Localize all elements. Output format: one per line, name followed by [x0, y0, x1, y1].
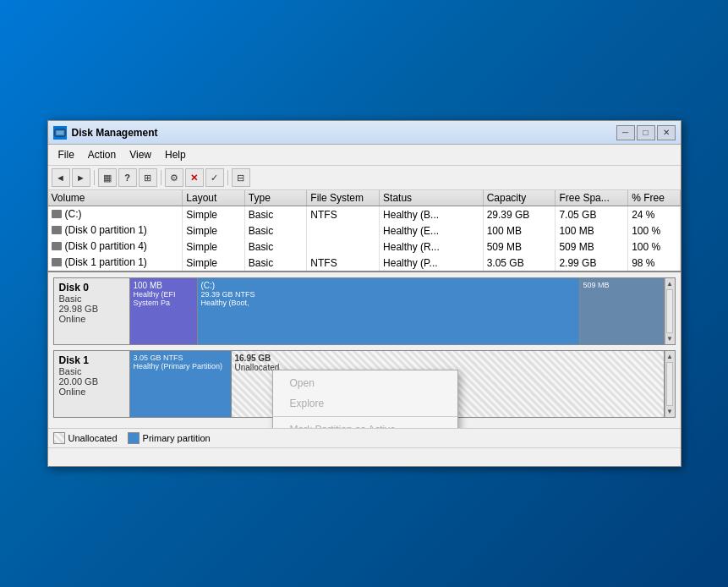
menu-help[interactable]: Help	[158, 146, 193, 163]
close-button[interactable]: ✕	[657, 125, 676, 140]
vol-fs: NTFS	[307, 206, 380, 223]
part-sublabel: 29.39 GB NTFS	[201, 290, 576, 299]
legend-unallocated-label: Unallocated	[68, 433, 118, 443]
disk-0-status: Online	[59, 314, 124, 324]
col-status[interactable]: Status	[380, 190, 484, 206]
toolbar-sep-1	[94, 170, 95, 185]
vol-name: (Disk 0 partition 1)	[48, 222, 183, 239]
legend-primary: Primary partition	[128, 432, 211, 444]
col-fs[interactable]: File System	[307, 190, 380, 206]
table-header-row: Volume Layout Type File System Status Ca…	[48, 190, 681, 206]
legend-unallocated-box	[53, 432, 65, 444]
menu-bar: File Action View Help	[48, 145, 681, 166]
disk-0-part-recovery[interactable]: 509 MB	[580, 278, 665, 344]
disk-map-area: Disk 0 Basic 29.98 GB Online 100 MB Heal…	[48, 272, 681, 428]
back-button[interactable]: ◄	[52, 168, 70, 187]
vol-type: Basic	[244, 239, 307, 255]
vol-layout: Simple	[183, 239, 245, 255]
disk-0-row: Disk 0 Basic 29.98 GB Online 100 MB Heal…	[53, 277, 676, 345]
minimize-button[interactable]: ─	[616, 125, 635, 140]
ctx-explore: Explore	[273, 393, 457, 414]
legend-unallocated: Unallocated	[53, 432, 118, 444]
settings-button[interactable]: ⚙	[165, 168, 183, 187]
col-capacity[interactable]: Capacity	[483, 190, 556, 206]
title-buttons: ─ □ ✕	[616, 125, 676, 140]
check-button[interactable]: ✓	[205, 168, 224, 187]
vol-free: 2.99 GB	[556, 255, 628, 271]
vol-free: 100 MB	[556, 222, 628, 239]
col-pct[interactable]: % Free	[628, 190, 680, 206]
vol-type: Basic	[244, 222, 307, 239]
disk-0-label: Disk 0 Basic 29.98 GB Online	[54, 278, 130, 344]
part-label: (C:)	[201, 281, 576, 290]
toolbar-sep-2	[161, 170, 161, 185]
menu-file[interactable]: File	[52, 146, 81, 163]
part-sublabel: Healthy (Primary Partition)	[134, 362, 227, 370]
window-title: Disk Management	[72, 127, 616, 139]
disk-1-scrollbar[interactable]: ▲ ▼	[665, 351, 675, 417]
properties-button[interactable]: ⊟	[232, 168, 250, 187]
disk-0-size: 29.98 GB	[59, 304, 124, 314]
scroll-up-arrow[interactable]: ▲	[665, 278, 675, 289]
disk-0-name: Disk 0	[59, 282, 124, 294]
toolbar: ◄ ► ▦ ? ⊞ ⚙ ✕ ✓ ⊟	[48, 166, 681, 190]
vol-fs: NTFS	[307, 255, 380, 271]
ctx-mark-active: Mark Partition as Active	[273, 420, 457, 428]
disk-1-status: Online	[59, 387, 124, 397]
vol-status: Healthy (E...	[380, 222, 484, 239]
vol-capacity: 3.05 GB	[483, 255, 556, 271]
disk-1-size: 20.00 GB	[59, 376, 124, 387]
table-row[interactable]: (Disk 1 partition 1) Simple Basic NTFS H…	[48, 255, 681, 271]
part-label: 3.05 GB NTFS	[134, 354, 227, 362]
ctx-open: Open	[273, 373, 457, 393]
col-type[interactable]: Type	[244, 190, 307, 206]
volume-table: Volume Layout Type File System Status Ca…	[48, 190, 681, 271]
col-volume[interactable]: Volume	[48, 190, 183, 206]
vol-layout: Simple	[183, 255, 245, 271]
vol-layout: Simple	[183, 206, 245, 223]
vol-free: 7.05 GB	[556, 206, 628, 223]
disk-0-scrollbar[interactable]: ▲ ▼	[665, 278, 675, 344]
disk-1-label: Disk 1 Basic 20.00 GB Online	[54, 351, 130, 417]
legend-primary-label: Primary partition	[143, 433, 211, 443]
vol-layout: Simple	[183, 222, 245, 239]
vol-type: Basic	[244, 206, 307, 223]
grid-button[interactable]: ⊞	[139, 168, 157, 187]
disk-1-part-ntfs[interactable]: 3.05 GB NTFS Healthy (Primary Partition)	[130, 351, 232, 417]
vol-pct: 100 %	[628, 222, 680, 239]
scroll-down-arrow[interactable]: ▼	[665, 406, 675, 417]
part-subsublabel: Healthy (Boot,	[201, 299, 576, 307]
col-free[interactable]: Free Spa...	[556, 190, 628, 206]
part-label: 16.95 GB	[235, 354, 660, 363]
vol-status: Healthy (R...	[380, 239, 484, 255]
vol-fs	[307, 222, 380, 239]
table-row[interactable]: (Disk 0 partition 1) Simple Basic Health…	[48, 222, 681, 239]
scroll-up-arrow[interactable]: ▲	[665, 351, 675, 362]
vol-pct: 24 %	[628, 206, 680, 223]
disk-1-name: Disk 1	[59, 354, 124, 366]
table-row[interactable]: (C:) Simple Basic NTFS Healthy (B... 29.…	[48, 206, 681, 223]
legend-bar: Unallocated Primary partition	[48, 428, 681, 447]
disk-0-part-c[interactable]: (C:) 29.39 GB NTFS Healthy (Boot,	[198, 278, 580, 344]
maximize-button[interactable]: □	[637, 125, 655, 140]
col-layout[interactable]: Layout	[183, 190, 245, 206]
vol-pct: 98 %	[628, 255, 680, 271]
help-button[interactable]: ?	[118, 168, 137, 187]
vol-status: Healthy (B...	[380, 206, 484, 223]
vol-fs	[307, 239, 380, 255]
content-area: Volume Layout Type File System Status Ca…	[48, 190, 681, 447]
vol-status: Healthy (P...	[380, 255, 484, 271]
menu-action[interactable]: Action	[81, 146, 123, 163]
disk-0-part-efi[interactable]: 100 MB Healthy (EFI System Pa	[130, 278, 198, 344]
show-hide-button[interactable]: ▦	[98, 168, 117, 187]
vol-name: (Disk 0 partition 4)	[48, 239, 183, 255]
vol-type: Basic	[244, 255, 307, 271]
vol-capacity: 100 MB	[483, 222, 556, 239]
forward-button[interactable]: ►	[72, 168, 90, 187]
menu-view[interactable]: View	[123, 146, 158, 163]
vol-name: (Disk 1 partition 1)	[48, 255, 183, 271]
delete-button[interactable]: ✕	[185, 168, 204, 187]
table-row[interactable]: (Disk 0 partition 4) Simple Basic Health…	[48, 239, 681, 255]
disk-0-type: Basic	[59, 294, 124, 304]
scroll-down-arrow[interactable]: ▼	[665, 333, 675, 344]
